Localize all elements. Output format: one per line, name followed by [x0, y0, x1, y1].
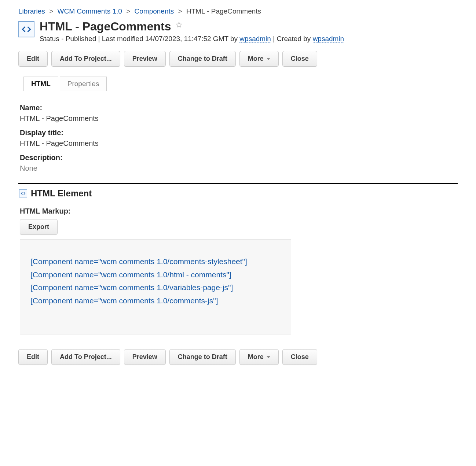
preview-button[interactable]: Preview: [124, 349, 166, 365]
component-reference[interactable]: [Component name="wcm comments 1.0/html -…: [30, 268, 281, 281]
tab-html[interactable]: HTML: [23, 77, 58, 91]
more-label: More: [248, 353, 264, 361]
add-to-project-button[interactable]: Add To Project...: [51, 349, 120, 365]
component-reference[interactable]: [Component name="wcm comments 1.0/commen…: [30, 255, 281, 268]
display-title-label: Display title:: [20, 129, 456, 137]
breadcrumb-library[interactable]: WCM Comments 1.0: [58, 7, 122, 15]
html-element-section-header: HTML Element: [18, 184, 458, 201]
status-mid: | Created by: [271, 35, 313, 42]
page-title: HTML - PageComments: [40, 20, 171, 33]
preview-button[interactable]: Preview: [124, 51, 166, 67]
display-title-value: HTML - PageComments: [20, 139, 456, 148]
more-button[interactable]: More: [239, 349, 279, 365]
chevron-down-icon: [267, 356, 270, 358]
chevron-right-icon: >: [49, 7, 53, 15]
html-component-icon: [18, 21, 34, 37]
more-button[interactable]: More: [239, 51, 279, 67]
description-label: Description:: [20, 154, 456, 162]
close-button[interactable]: Close: [282, 51, 317, 67]
component-reference[interactable]: [Component name="wcm comments 1.0/variab…: [30, 281, 281, 294]
edit-button[interactable]: Edit: [18, 51, 48, 67]
tab-bar: HTML Properties: [18, 76, 458, 91]
section-title: HTML Element: [31, 188, 92, 199]
status-text: Status - Published | Last modified 14/07…: [40, 35, 239, 42]
chevron-down-icon: [267, 58, 270, 60]
created-by-link[interactable]: wpsadmin: [313, 35, 344, 43]
html-markup-label: HTML Markup:: [20, 207, 458, 215]
component-reference[interactable]: [Component name="wcm comments 1.0/commen…: [30, 294, 281, 307]
chevron-right-icon: >: [178, 7, 182, 15]
change-to-draft-button[interactable]: Change to Draft: [169, 51, 236, 67]
name-label: Name:: [20, 104, 456, 112]
html-markup-viewer: [Component name="wcm comments 1.0/commen…: [20, 239, 291, 334]
description-value: None: [20, 164, 456, 173]
add-to-project-button[interactable]: Add To Project...: [51, 51, 120, 67]
breadcrumb: Libraries > WCM Comments 1.0 > Component…: [18, 7, 458, 15]
favorite-star-icon[interactable]: [175, 21, 183, 30]
change-to-draft-button[interactable]: Change to Draft: [169, 349, 236, 365]
status-line: Status - Published | Last modified 14/07…: [40, 35, 458, 43]
toolbar-top: Edit Add To Project... Preview Change to…: [18, 51, 458, 67]
more-label: More: [248, 55, 264, 63]
close-button[interactable]: Close: [282, 349, 317, 365]
breadcrumb-current: HTML - PageComments: [186, 7, 261, 15]
html-component-icon: [19, 189, 27, 197]
breadcrumb-libraries[interactable]: Libraries: [18, 7, 45, 15]
modified-by-link[interactable]: wpsadmin: [239, 35, 271, 43]
chevron-right-icon: >: [126, 7, 130, 15]
edit-button[interactable]: Edit: [18, 349, 48, 365]
fields-panel: Name: HTML - PageComments Display title:…: [18, 91, 458, 183]
name-value: HTML - PageComments: [20, 114, 456, 123]
tab-properties[interactable]: Properties: [60, 77, 107, 91]
toolbar-bottom: Edit Add To Project... Preview Change to…: [18, 349, 458, 365]
breadcrumb-components[interactable]: Components: [135, 7, 174, 15]
export-button[interactable]: Export: [20, 219, 58, 235]
